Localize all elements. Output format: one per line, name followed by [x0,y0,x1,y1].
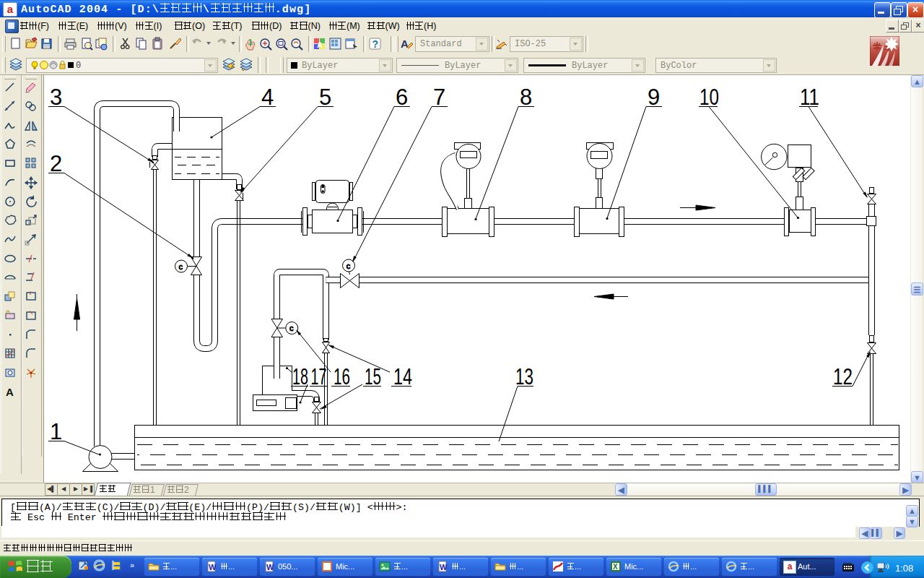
svg-text:8: 8 [520,85,532,110]
svg-text:c: c [289,324,294,332]
svg-text:16: 16 [334,364,350,389]
svg-text:W: W [209,563,217,571]
svg-text:1: 1 [50,419,62,444]
svg-text:W: W [440,563,448,571]
svg-text:2: 2 [50,151,62,176]
svg-text:12: 12 [833,364,853,389]
svg-text:17: 17 [311,364,327,389]
svg-text:X: X [613,563,618,571]
svg-text:15: 15 [365,364,381,389]
svg-text:c: c [346,262,351,270]
svg-text:?: ? [372,38,379,50]
svg-text:4: 4 [261,85,274,110]
svg-text:10: 10 [699,85,719,110]
svg-text:11: 11 [800,85,819,110]
svg-text:14: 14 [393,364,412,389]
svg-text:18: 18 [292,364,308,389]
svg-text:13: 13 [515,364,533,389]
svg-text:7: 7 [433,85,445,110]
svg-text:9: 9 [648,85,660,110]
svg-text:A: A [401,38,409,50]
svg-text:5: 5 [319,85,331,110]
svg-text:A: A [6,386,14,398]
svg-text:c: c [179,262,183,271]
svg-text:A: A [317,40,323,49]
svg-text:W: W [266,563,274,571]
svg-text:6: 6 [396,85,408,110]
svg-text:3: 3 [50,85,62,110]
